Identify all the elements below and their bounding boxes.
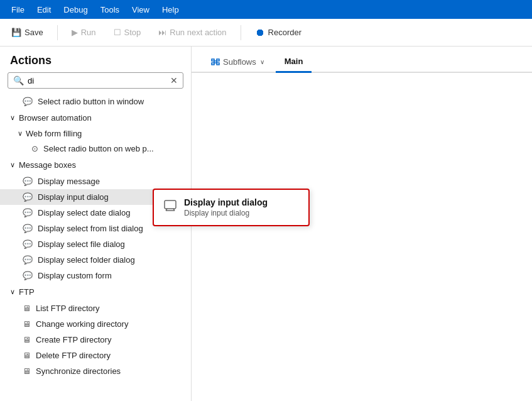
- stop-label: Stop: [124, 28, 141, 37]
- list-item-create-ftp-dir[interactable]: 🖥 Create FTP directory: [0, 332, 191, 348]
- tooltip-title: Display input dialog: [184, 197, 298, 207]
- list-item-display-select-folder[interactable]: 💬 Display select folder dialog: [0, 252, 191, 268]
- toolbar-separator-1: [57, 25, 58, 40]
- ftp-icon-0: 🖥: [23, 304, 31, 313]
- list-item-display-message[interactable]: 💬 Display message: [0, 173, 191, 189]
- item-label-display-custom-form: Display custom form: [38, 271, 112, 280]
- msg-icon-1: 💬: [23, 192, 33, 202]
- list-item-list-ftp-dir[interactable]: 🖥 List FTP directory: [0, 300, 191, 316]
- list-item-synchronize-dirs[interactable]: 🖥 Synchronize directories: [0, 363, 191, 379]
- save-button[interactable]: 💾 Save: [8, 25, 47, 40]
- search-input[interactable]: [28, 76, 170, 85]
- radio-icon: 💬: [23, 97, 33, 106]
- msg-icon-4: 💬: [23, 239, 33, 249]
- menu-debug[interactable]: Debug: [57, 3, 94, 17]
- tab-subflows[interactable]: Subflows ∨: [202, 52, 273, 72]
- item-label-select-radio-web: Select radio button on web p...: [43, 144, 154, 153]
- run-next-label: Run next action: [170, 28, 226, 37]
- item-label-display-message: Display message: [38, 177, 100, 186]
- group-ftp[interactable]: ∨ FTP: [0, 283, 191, 300]
- radio-web-icon: ⊙: [31, 144, 38, 153]
- chevron-browser-automation: ∨: [10, 114, 15, 122]
- menu-bar: File Edit Debug Tools View Help: [0, 0, 532, 19]
- save-icon: 💾: [11, 28, 21, 37]
- menu-edit[interactable]: Edit: [31, 3, 57, 17]
- recorder-button[interactable]: ⏺ Recorder: [251, 25, 305, 41]
- run-label: Run: [81, 28, 96, 37]
- list-item-select-radio-window[interactable]: 💬 Select radio button in window: [0, 94, 191, 109]
- subflows-label: Subflows: [223, 57, 256, 67]
- svg-rect-0: [165, 200, 176, 209]
- item-label-display-select-file: Display select file dialog: [38, 239, 125, 249]
- menu-view[interactable]: View: [126, 3, 156, 17]
- chevron-web-form-filling: ∨: [18, 129, 23, 138]
- msg-icon-6: 💬: [23, 271, 33, 280]
- chevron-ftp: ∨: [10, 288, 15, 296]
- group-message-boxes[interactable]: ∨ Message boxes: [0, 157, 191, 173]
- msg-icon-0: 💬: [23, 177, 33, 186]
- ftp-icon-2: 🖥: [23, 335, 31, 344]
- msg-icon-3: 💬: [23, 224, 33, 233]
- item-label-create-ftp-dir: Create FTP directory: [36, 335, 111, 344]
- ftp-icon-3: 🖥: [23, 351, 31, 360]
- group-label-ftp: FTP: [19, 287, 35, 297]
- action-list: 💬 Select radio button in window ∨ Browse…: [0, 94, 191, 401]
- subflows-icon: [210, 58, 220, 67]
- list-item-display-custom-form[interactable]: 💬 Display custom form: [0, 268, 191, 283]
- item-label-list-ftp-dir: List FTP directory: [36, 304, 100, 313]
- search-icon: 🔍: [13, 75, 24, 85]
- stop-icon: ☐: [114, 28, 121, 37]
- group-label-browser-automation: Browser automation: [19, 113, 92, 123]
- ftp-icon-1: 🖥: [23, 319, 31, 329]
- chevron-message-boxes: ∨: [10, 161, 15, 169]
- toolbar: 💾 Save ▶ Run ☐ Stop ⏭ Run next action ⏺ …: [0, 19, 532, 47]
- tab-main[interactable]: Main: [276, 52, 312, 73]
- recorder-label: Recorder: [268, 28, 301, 37]
- item-label-display-select-date: Display select date dialog: [38, 208, 130, 217]
- run-button[interactable]: ▶ Run: [68, 25, 100, 40]
- list-item-select-radio-web[interactable]: ⊙ Select radio button on web p...: [0, 141, 191, 157]
- subgroup-label-web-form-filling: Web form filling: [26, 129, 82, 138]
- list-item-display-select-file[interactable]: 💬 Display select file dialog: [0, 236, 191, 252]
- main-tab-label: Main: [285, 57, 303, 66]
- item-label-delete-ftp-dir: Delete FTP directory: [36, 351, 111, 360]
- group-browser-automation[interactable]: ∨ Browser automation: [0, 109, 191, 126]
- item-label-display-input-dialog: Display input dialog: [38, 192, 109, 202]
- group-label-message-boxes: Message boxes: [19, 160, 76, 170]
- run-icon: ▶: [72, 28, 78, 37]
- run-next-icon: ⏭: [158, 28, 166, 37]
- tooltip-dialog-icon: [164, 199, 178, 216]
- msg-icon-2: 💬: [23, 208, 33, 217]
- menu-help[interactable]: Help: [156, 3, 185, 17]
- tooltip-content: Display input dialog Display input dialo…: [184, 197, 298, 217]
- recorder-icon: ⏺: [255, 27, 265, 38]
- item-label-display-select-folder: Display select folder dialog: [38, 255, 135, 265]
- item-label-select-radio-window: Select radio button in window: [38, 97, 144, 106]
- list-item-delete-ftp-dir[interactable]: 🖥 Delete FTP directory: [0, 348, 191, 363]
- ftp-icon-4: 🖥: [23, 366, 31, 376]
- tooltip-description: Display input dialog: [184, 209, 298, 217]
- item-label-synchronize-dirs: Synchronize directories: [36, 366, 121, 376]
- stop-button[interactable]: ☐ Stop: [110, 25, 145, 40]
- run-next-button[interactable]: ⏭ Run next action: [155, 25, 230, 40]
- item-label-change-working-dir: Change working directory: [36, 319, 128, 329]
- item-label-display-select-list: Display select from list dialog: [38, 224, 143, 233]
- clear-search-icon[interactable]: ✕: [170, 75, 178, 85]
- subflows-chevron-icon: ∨: [260, 58, 264, 65]
- canvas-area: [192, 73, 532, 401]
- menu-file[interactable]: File: [5, 3, 31, 17]
- subgroup-web-form-filling[interactable]: ∨ Web form filling: [0, 126, 191, 141]
- tabs-bar: Subflows ∨ Main: [192, 47, 532, 73]
- sidebar-title: Actions: [0, 47, 191, 72]
- tooltip-popup: Display input dialog Display input dialo…: [153, 189, 310, 226]
- toolbar-separator-2: [241, 25, 241, 40]
- menu-tools[interactable]: Tools: [94, 3, 126, 17]
- list-item-change-working-dir[interactable]: 🖥 Change working directory: [0, 316, 191, 332]
- save-label: Save: [24, 28, 43, 37]
- search-box: 🔍 ✕: [8, 72, 183, 89]
- msg-icon-5: 💬: [23, 255, 33, 265]
